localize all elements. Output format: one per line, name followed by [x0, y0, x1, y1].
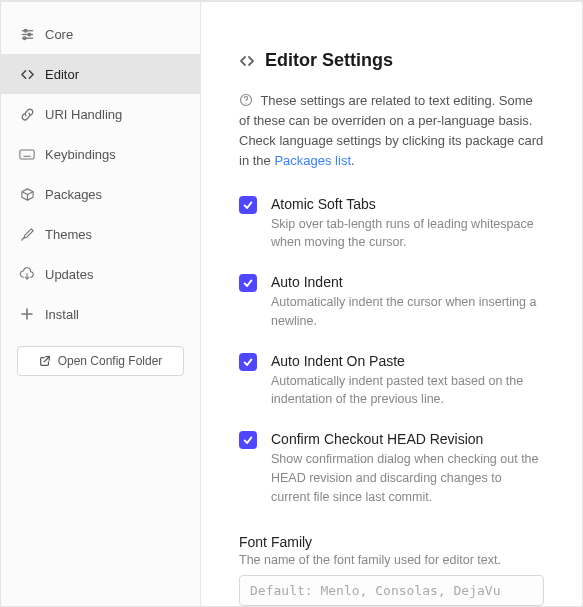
setting-desc: Automatically indent the cursor when ins… — [271, 293, 544, 331]
description-post: . — [351, 153, 355, 168]
sidebar: Core Editor URI Handling — [1, 2, 201, 606]
setting-desc: Automatically indent pasted text based o… — [271, 372, 544, 410]
setting-desc: Show confirmation dialog when checking o… — [271, 450, 544, 506]
cloud-download-icon — [19, 266, 35, 282]
sidebar-item-label: URI Handling — [45, 107, 122, 122]
sidebar-item-packages[interactable]: Packages — [1, 174, 200, 214]
sidebar-item-label: Packages — [45, 187, 102, 202]
sidebar-item-label: Install — [45, 307, 79, 322]
link-icon — [19, 106, 35, 122]
sidebar-item-editor[interactable]: Editor — [1, 54, 200, 94]
sidebar-item-themes[interactable]: Themes — [1, 214, 200, 254]
question-icon — [239, 93, 253, 113]
sidebar-item-label: Keybindings — [45, 147, 116, 162]
svg-point-17 — [245, 102, 246, 103]
setting-label: Atomic Soft Tabs — [271, 196, 544, 212]
sidebar-item-label: Core — [45, 27, 73, 42]
open-config-folder-button[interactable]: Open Config Folder — [17, 346, 184, 376]
page-description: These settings are related to text editi… — [239, 91, 544, 172]
svg-rect-6 — [20, 150, 34, 159]
auto-indent-checkbox[interactable] — [239, 274, 257, 292]
page-title: Editor Settings — [265, 50, 393, 71]
package-icon — [19, 186, 35, 202]
setting-desc: Skip over tab-length runs of leading whi… — [271, 215, 544, 253]
sidebar-item-label: Editor — [45, 67, 79, 82]
sidebar-item-core[interactable]: Core — [1, 14, 200, 54]
sliders-icon — [19, 26, 35, 42]
setting-label: Auto Indent On Paste — [271, 353, 544, 369]
open-config-label: Open Config Folder — [58, 354, 163, 368]
font-family-label: Font Family — [239, 534, 544, 550]
setting-label: Confirm Checkout HEAD Revision — [271, 431, 544, 447]
setting-atomic-soft-tabs: Atomic Soft Tabs Skip over tab-length ru… — [239, 196, 544, 253]
packages-list-link[interactable]: Packages list — [274, 153, 351, 168]
font-family-input[interactable] — [239, 575, 544, 606]
keyboard-icon — [19, 146, 35, 162]
auto-indent-paste-checkbox[interactable] — [239, 353, 257, 371]
sidebar-item-uri[interactable]: URI Handling — [1, 94, 200, 134]
atomic-soft-tabs-checkbox[interactable] — [239, 196, 257, 214]
external-link-icon — [39, 355, 51, 367]
svg-line-15 — [44, 357, 49, 362]
plus-icon — [19, 306, 35, 322]
code-icon — [19, 66, 35, 82]
confirm-checkout-checkbox[interactable] — [239, 431, 257, 449]
sidebar-item-label: Updates — [45, 267, 93, 282]
code-icon — [239, 53, 255, 69]
sidebar-item-label: Themes — [45, 227, 92, 242]
font-family-desc: The name of the font family used for edi… — [239, 553, 544, 567]
sidebar-item-updates[interactable]: Updates — [1, 254, 200, 294]
setting-auto-indent-paste: Auto Indent On Paste Automatically inden… — [239, 353, 544, 410]
sidebar-item-install[interactable]: Install — [1, 294, 200, 334]
sidebar-item-keybindings[interactable]: Keybindings — [1, 134, 200, 174]
paintbrush-icon — [19, 226, 35, 242]
setting-confirm-checkout: Confirm Checkout HEAD Revision Show conf… — [239, 431, 544, 506]
content-panel: Editor Settings These settings are relat… — [201, 2, 582, 606]
setting-label: Auto Indent — [271, 274, 544, 290]
setting-auto-indent: Auto Indent Automatically indent the cur… — [239, 274, 544, 331]
